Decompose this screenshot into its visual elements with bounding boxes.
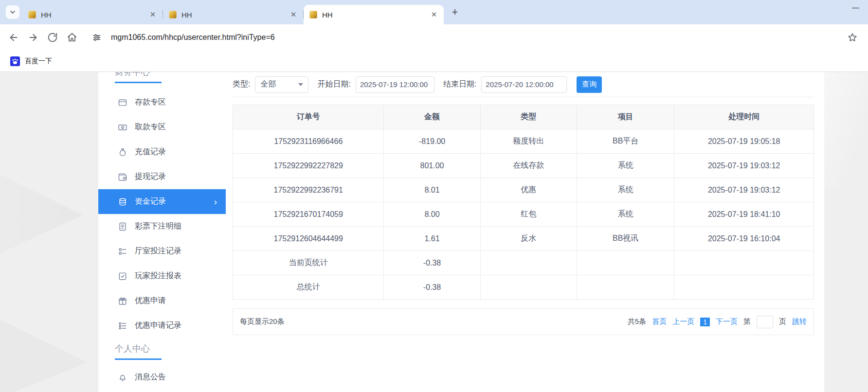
home-icon bbox=[67, 32, 77, 43]
table-row: 1752922992227829 801.00 在线存款 系统 2025-07-… bbox=[233, 154, 814, 178]
new-tab-button[interactable]: + bbox=[448, 5, 462, 19]
tab-close-icon[interactable]: ✕ bbox=[429, 10, 439, 19]
sidebar-item-deposit-zone[interactable]: 存款专区 bbox=[98, 90, 226, 115]
bell-icon bbox=[118, 373, 127, 382]
star-icon bbox=[847, 32, 858, 43]
cell-order-id: 1752922992227829 bbox=[233, 154, 384, 178]
tab-title: HH bbox=[41, 11, 148, 19]
end-date-input[interactable] bbox=[481, 76, 567, 93]
sidebar-item-message-notice[interactable]: 消息公告 bbox=[98, 365, 226, 390]
sidebar-item-label: 充值记录 bbox=[135, 147, 166, 157]
sidebar-item-label: 玩家投注报表 bbox=[135, 271, 181, 281]
cell-project: 系统 bbox=[577, 178, 674, 202]
cell-empty bbox=[480, 275, 577, 300]
minimize-button[interactable]: — bbox=[852, 3, 859, 11]
sidebar-item-funds-record[interactable]: 资金记录 › bbox=[98, 189, 226, 214]
section-underline bbox=[115, 82, 162, 83]
list-squares-icon bbox=[118, 247, 127, 256]
start-date-input[interactable] bbox=[356, 76, 434, 93]
sidebar-item-promo-apply[interactable]: 优惠申请 bbox=[98, 288, 226, 313]
reload-button[interactable] bbox=[43, 28, 62, 47]
tab-search-button[interactable] bbox=[6, 5, 19, 19]
cell-amount: 801.00 bbox=[384, 154, 480, 178]
current-page-indicator[interactable]: 1 bbox=[700, 318, 710, 326]
funds-record-table: 订单号 金额 类型 项目 处理时间 1752923116966466 -819.… bbox=[233, 105, 814, 300]
cell-amount: 8.00 bbox=[384, 202, 480, 227]
tab-close-icon[interactable]: ✕ bbox=[289, 10, 298, 19]
forward-button[interactable] bbox=[23, 28, 43, 47]
cell-empty bbox=[577, 275, 674, 300]
sidebar-item-lottery-bet-detail[interactable]: 彩票下注明细 bbox=[98, 214, 226, 239]
bookmark-baidu[interactable]: 百度一下 bbox=[6, 54, 56, 69]
type-select-value: 全部 bbox=[260, 79, 276, 89]
sidebar-item-label: 资金记录 bbox=[135, 196, 166, 207]
cell-summary-label: 当前页统计 bbox=[233, 251, 384, 275]
col-header-amount: 金额 bbox=[384, 105, 480, 129]
sidebar-section-personal: 个人中心 bbox=[115, 343, 226, 355]
sidebar-item-promo-apply-record[interactable]: 优惠申请记录 bbox=[98, 313, 226, 338]
sidebar-item-recharge-record[interactable]: 充值记录 bbox=[98, 140, 226, 164]
cell-type: 红包 bbox=[480, 202, 577, 227]
bulleted-list-icon bbox=[118, 321, 127, 331]
credit-card-icon bbox=[118, 98, 127, 107]
cell-order-id: 1752923116966466 bbox=[233, 129, 384, 154]
cell-amount: -819.00 bbox=[384, 129, 480, 154]
browser-tab-1[interactable]: HH ✕ bbox=[22, 5, 163, 24]
sidebar-item-hall-bet-record[interactable]: 厅室投注记录 bbox=[98, 239, 226, 264]
tab-title: HH bbox=[322, 11, 429, 19]
cell-summary-amount: -0.38 bbox=[384, 251, 480, 275]
navigation-bar: mgm1065.com/hhcp/usercenter.html?iniType… bbox=[0, 24, 868, 51]
sidebar-item-label: 彩票下注明细 bbox=[135, 221, 181, 232]
url-text[interactable]: mgm1065.com/hhcp/usercenter.html?iniType… bbox=[111, 33, 275, 42]
first-page-link[interactable]: 首页 bbox=[652, 317, 667, 326]
summary-row-total: 总统计 -0.38 bbox=[233, 275, 814, 300]
tab-favicon bbox=[28, 11, 36, 18]
browser-tab-2[interactable]: HH ✕ bbox=[163, 5, 303, 24]
prev-page-link[interactable]: 上一页 bbox=[672, 317, 694, 326]
money-bag-icon bbox=[118, 147, 127, 157]
sidebar-item-label: 消息公告 bbox=[135, 372, 166, 382]
banknote-icon bbox=[118, 123, 127, 132]
report-check-icon bbox=[118, 271, 127, 281]
content-canvas: 财务中心 存款专区 取款专区 充值记录 bbox=[98, 72, 824, 392]
browser-tab-3-active[interactable]: HH ✕ bbox=[304, 5, 444, 24]
gift-icon bbox=[118, 296, 127, 306]
pagination-bar: 每页显示20条 共5条 首页 上一页 1 下一页 第 页 跳转 bbox=[233, 308, 814, 335]
sidebar-item-player-bet-report[interactable]: 玩家投注报表 bbox=[98, 264, 226, 288]
type-select[interactable]: 全部 bbox=[255, 76, 308, 93]
summary-row-current-page: 当前页统计 -0.38 bbox=[233, 251, 814, 275]
cell-project: BB视讯 bbox=[577, 227, 674, 251]
cell-project: BB平台 bbox=[577, 129, 674, 154]
search-button[interactable]: 查询 bbox=[577, 76, 602, 93]
cell-summary-label: 总统计 bbox=[233, 275, 384, 300]
sidebar-item-label: 优惠申请记录 bbox=[135, 321, 181, 331]
col-header-type: 类型 bbox=[480, 105, 577, 129]
sidebar-menu: 存款专区 取款专区 充值记录 提现记录 bbox=[98, 90, 226, 338]
sidebar-item-withdraw-zone[interactable]: 取款专区 bbox=[98, 115, 226, 140]
cell-process-time: 2025-07-19 19:05:18 bbox=[674, 129, 814, 154]
filter-bar: 类型: 全部 开始日期: 结束日期: 查询 bbox=[233, 72, 814, 97]
jump-button[interactable]: 跳转 bbox=[792, 317, 807, 326]
chevron-down-icon bbox=[9, 8, 17, 16]
type-label: 类型: bbox=[233, 79, 250, 89]
end-date-label: 结束日期: bbox=[443, 79, 476, 89]
sidebar-item-cashout-record[interactable]: 提现记录 bbox=[98, 164, 226, 189]
total-count-text: 共5条 bbox=[628, 317, 646, 326]
cell-amount: 8.01 bbox=[384, 178, 480, 202]
cell-summary-amount: -0.38 bbox=[384, 275, 480, 300]
cell-type: 在线存款 bbox=[480, 154, 577, 178]
site-settings-button[interactable] bbox=[89, 29, 105, 46]
tab-close-icon[interactable]: ✕ bbox=[148, 10, 158, 19]
back-button[interactable] bbox=[4, 28, 23, 47]
chevron-right-icon: › bbox=[214, 197, 217, 206]
cell-empty bbox=[674, 275, 814, 300]
bookmark-label: 百度一下 bbox=[25, 57, 52, 66]
home-button[interactable] bbox=[62, 28, 82, 47]
decor-triangle bbox=[0, 157, 83, 269]
address-bar[interactable]: mgm1065.com/hhcp/usercenter.html?iniType… bbox=[89, 28, 862, 47]
bookmark-star-button[interactable] bbox=[843, 28, 862, 47]
table-header-row: 订单号 金额 类型 项目 处理时间 bbox=[233, 105, 814, 129]
page-jump-input[interactable] bbox=[757, 316, 773, 328]
next-page-link[interactable]: 下一页 bbox=[716, 317, 738, 326]
sidebar-item-label: 取款专区 bbox=[135, 122, 166, 132]
